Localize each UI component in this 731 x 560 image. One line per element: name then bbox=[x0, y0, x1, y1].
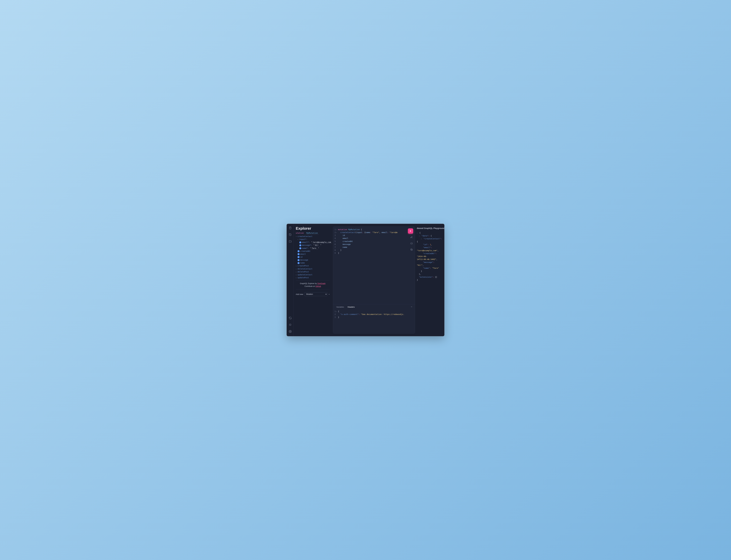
add-new-select[interactable]: Mutation bbox=[304, 292, 327, 296]
tab-headers[interactable]: Headers bbox=[348, 306, 355, 308]
headers-editor[interactable]: 1▾2 3 { "x-auth-comment": "See documenta… bbox=[333, 309, 415, 333]
field-name[interactable]: name bbox=[300, 262, 305, 264]
bottom-panel: Variables Headers 1▾2 3 { "x-auth-commen… bbox=[333, 304, 415, 333]
svg-point-2 bbox=[290, 331, 290, 332]
check-icon[interactable]: ✓ bbox=[299, 247, 301, 249]
field-updateContact[interactable]: updateContact bbox=[298, 274, 312, 276]
input-name[interactable]: Taro bbox=[311, 247, 318, 250]
history-icon[interactable] bbox=[289, 233, 292, 237]
editor-box: 1▾2▾3 4 5 6 7 8 9 mutation MyMutation { … bbox=[333, 226, 415, 334]
input-email[interactable]: taro@example,com bbox=[312, 241, 332, 244]
merge-icon[interactable] bbox=[410, 242, 413, 245]
explorer-panel: Explorer utation MyMutation ▾createConta… bbox=[294, 224, 332, 336]
svg-rect-0 bbox=[289, 227, 291, 229]
field-updatePost[interactable]: updatePost bbox=[298, 276, 309, 279]
app-window: Explorer utation MyMutation ▾createConta… bbox=[287, 224, 444, 336]
add-new-label: Add new bbox=[296, 293, 303, 295]
chevron-down-icon[interactable] bbox=[411, 306, 413, 308]
field-email[interactable]: email bbox=[300, 253, 306, 255]
check-icon[interactable]: ✓ bbox=[298, 262, 300, 264]
field-createPost[interactable]: createPost bbox=[298, 265, 309, 267]
result-panel: dwood GraphQL Playground ▾ {▾ "data": {▾… bbox=[415, 224, 444, 336]
keyboard-icon[interactable] bbox=[289, 323, 292, 327]
editor-column: 1▾2▾3 4 5 6 7 8 9 mutation MyMutation { … bbox=[332, 224, 415, 336]
svg-rect-5 bbox=[411, 249, 412, 250]
field-message[interactable]: message bbox=[300, 259, 308, 261]
explorer-credit: GraphiQL Explorer by OneGraph Contribute… bbox=[296, 282, 330, 288]
left-rail bbox=[287, 224, 294, 336]
result-json: ▾ {▾ "data": {▾ "createContact": {"id": … bbox=[417, 231, 443, 281]
tab-variables[interactable]: Variables bbox=[336, 306, 344, 308]
explorer-icon[interactable] bbox=[289, 240, 292, 243]
check-icon[interactable]: ✓ bbox=[298, 259, 300, 261]
editor-side-tools bbox=[410, 236, 413, 251]
svg-rect-3 bbox=[411, 243, 412, 244]
check-icon[interactable]: ✓ bbox=[299, 241, 301, 243]
svg-rect-4 bbox=[411, 249, 412, 250]
explorer-tree: ▾createContact ▾input*: ✓email*: "taro@e… bbox=[296, 235, 330, 279]
query-editor[interactable]: 1▾2▾3 4 5 6 7 8 9 mutation MyMutation { … bbox=[333, 227, 415, 304]
operation-name-input[interactable]: MyMutation bbox=[306, 232, 319, 234]
playground-title: dwood GraphQL Playground bbox=[417, 227, 443, 230]
settings-icon[interactable] bbox=[289, 330, 292, 334]
field-deleteContact[interactable]: deleteContact bbox=[298, 268, 312, 270]
field-deletePost[interactable]: deletePost bbox=[298, 271, 309, 273]
field-createdAt[interactable]: createdAt bbox=[300, 250, 310, 252]
prettify-icon[interactable] bbox=[410, 236, 413, 239]
copy-icon[interactable] bbox=[410, 248, 413, 251]
refresh-icon[interactable] bbox=[289, 317, 292, 320]
input-message[interactable]: Hi! bbox=[314, 244, 320, 247]
check-icon[interactable]: ✓ bbox=[298, 250, 300, 252]
add-new-button[interactable]: + bbox=[329, 293, 330, 295]
check-icon[interactable]: ✓ bbox=[298, 253, 300, 255]
field-createContact[interactable]: createContact bbox=[298, 235, 312, 237]
docs-icon[interactable] bbox=[289, 226, 292, 230]
check-icon[interactable]: ✓ bbox=[298, 256, 300, 258]
explorer-title: Explorer bbox=[296, 226, 330, 231]
check-icon[interactable]: ✓ bbox=[299, 244, 301, 246]
field-id[interactable]: id bbox=[300, 256, 302, 258]
run-button[interactable] bbox=[408, 228, 413, 234]
github-link[interactable]: GitHub bbox=[315, 285, 321, 287]
arg-input[interactable]: input*: bbox=[299, 238, 307, 240]
operation-header: utation MyMutation bbox=[296, 232, 330, 234]
onegraph-link[interactable]: OneGraph bbox=[317, 282, 325, 285]
